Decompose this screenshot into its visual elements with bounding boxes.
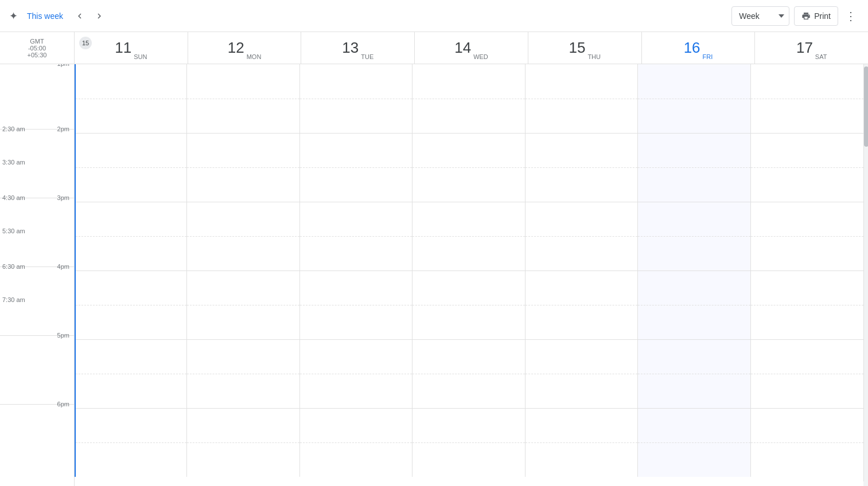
grid-row[interactable] (187, 271, 299, 305)
next-week-button[interactable] (92, 9, 107, 23)
grid-row[interactable] (412, 99, 524, 133)
grid-row[interactable] (187, 167, 299, 202)
grid-row[interactable] (300, 374, 412, 408)
day-header-sun[interactable]: 15 11 Sun (75, 32, 188, 64)
prev-week-button[interactable] (72, 9, 87, 23)
grid-row[interactable] (187, 99, 299, 133)
day-header-tue[interactable]: 13 Tue (301, 32, 415, 64)
grid-row[interactable] (751, 374, 863, 408)
grid-row[interactable] (76, 133, 186, 167)
grid-row[interactable] (187, 339, 299, 374)
grid-row[interactable] (526, 442, 637, 477)
this-week-button[interactable]: This week (22, 9, 68, 23)
grid-row[interactable] (300, 271, 412, 305)
grid-row[interactable] (638, 202, 750, 236)
grid-row[interactable] (76, 408, 186, 442)
grid-row[interactable] (76, 271, 186, 305)
grid-row[interactable] (300, 339, 412, 374)
grid-col-fri[interactable] (638, 64, 750, 477)
grid-row[interactable] (751, 99, 863, 133)
print-button[interactable]: Print (794, 6, 838, 26)
grid-row[interactable] (526, 167, 637, 202)
grid-row[interactable] (751, 167, 863, 202)
grid-row[interactable] (187, 305, 299, 339)
scrollbar-thumb[interactable] (864, 66, 868, 147)
grid-row[interactable] (526, 408, 637, 442)
grid-row[interactable] (638, 408, 750, 442)
grid-row[interactable] (187, 202, 299, 236)
grid-row[interactable] (76, 305, 186, 339)
grid-row[interactable] (412, 305, 524, 339)
grid-row[interactable] (751, 442, 863, 477)
grid-row[interactable] (187, 442, 299, 477)
grid-row[interactable] (300, 408, 412, 442)
grid-col-sat[interactable] (751, 64, 863, 477)
scrollbar[interactable] (863, 64, 868, 486)
day-header-fri[interactable]: 16 Fri (642, 32, 756, 64)
grid-row[interactable] (638, 442, 750, 477)
grid-row[interactable] (526, 271, 637, 305)
day-header-thu[interactable]: 15 Thu (528, 32, 642, 64)
grid-row[interactable] (76, 374, 186, 408)
grid-row[interactable] (526, 99, 637, 133)
grid-col-sun[interactable] (75, 64, 187, 477)
day-header-wed[interactable]: 14 Wed (415, 32, 528, 64)
grid-row[interactable] (638, 236, 750, 271)
grid-row[interactable] (76, 99, 186, 133)
grid-row[interactable] (412, 64, 524, 99)
grid-row[interactable] (638, 305, 750, 339)
grid-row[interactable] (300, 167, 412, 202)
grid-col-tue[interactable] (300, 64, 412, 477)
grid-row[interactable] (76, 339, 186, 374)
grid-row[interactable] (300, 236, 412, 271)
grid-row[interactable] (751, 305, 863, 339)
grid-row[interactable] (638, 374, 750, 408)
grid-row[interactable] (76, 442, 186, 477)
grid-row[interactable] (526, 339, 637, 374)
sparkle-icon[interactable]: ✦ (9, 10, 18, 22)
grid-row[interactable] (412, 236, 524, 271)
grid-row[interactable] (76, 236, 186, 271)
grid-row[interactable] (187, 408, 299, 442)
grid-col-mon[interactable] (187, 64, 299, 477)
day-header-sat[interactable]: 17 Sat (755, 32, 868, 64)
grid-row[interactable] (76, 167, 186, 202)
grid-row[interactable] (751, 236, 863, 271)
grid-row[interactable] (187, 64, 299, 99)
grid-row[interactable] (751, 133, 863, 167)
grid-row[interactable] (412, 133, 524, 167)
grid-row[interactable] (412, 167, 524, 202)
grid-row[interactable] (412, 339, 524, 374)
grid-row[interactable] (300, 64, 412, 99)
grid-row[interactable] (300, 99, 412, 133)
view-select[interactable]: Week Day Month Year Schedule 4 days (731, 6, 789, 26)
grid-row[interactable] (751, 408, 863, 442)
grid-row[interactable] (751, 271, 863, 305)
grid-col-thu[interactable] (526, 64, 638, 477)
grid-row[interactable] (638, 271, 750, 305)
more-options-button[interactable]: ⋮ (843, 7, 859, 25)
grid-row[interactable] (412, 442, 524, 477)
grid-row[interactable] (187, 374, 299, 408)
grid-row[interactable] (638, 64, 750, 99)
grid-row[interactable] (412, 202, 524, 236)
grid-row[interactable] (300, 442, 412, 477)
grid-row[interactable] (526, 305, 637, 339)
grid-row[interactable] (526, 236, 637, 271)
grid-row[interactable] (300, 133, 412, 167)
grid-row[interactable] (187, 236, 299, 271)
grid-row[interactable] (751, 339, 863, 374)
grid-row[interactable] (638, 339, 750, 374)
grid-row[interactable] (751, 64, 863, 99)
grid-row[interactable] (526, 133, 637, 167)
grid-row[interactable] (526, 64, 637, 99)
grid-row[interactable] (76, 202, 186, 236)
grid-row[interactable] (412, 271, 524, 305)
grid-row[interactable] (526, 202, 637, 236)
grid-row[interactable] (412, 374, 524, 408)
grid-row[interactable] (638, 167, 750, 202)
day-header-mon[interactable]: 12 Mon (188, 32, 302, 64)
grid-row[interactable] (751, 202, 863, 236)
grid-row[interactable] (638, 99, 750, 133)
grid-row[interactable] (526, 374, 637, 408)
